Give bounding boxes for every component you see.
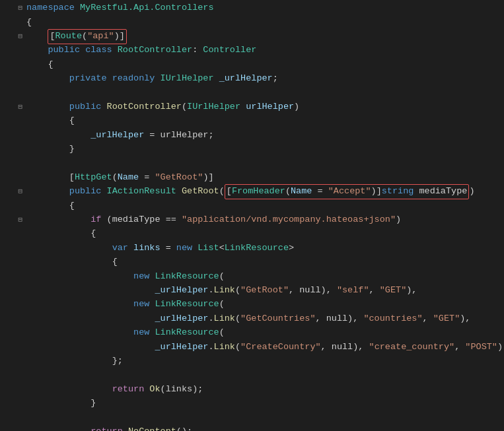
indent — [26, 213, 90, 227]
indent — [26, 72, 69, 86]
indent — [26, 397, 90, 411]
code-line: new LinkResource( — [26, 326, 504, 340]
code-line-route-attribute: [Route("api")] — [26, 30, 504, 44]
fromheader-param-redbox: [FromHeader(Name = "Accept")]string medi… — [225, 184, 470, 199]
indent — [26, 114, 69, 128]
gutter-line — [0, 298, 22, 312]
code-line: _urlHelper.Link("GetCountries", null), "… — [26, 312, 504, 326]
code-line: new LinkResource( — [26, 269, 504, 283]
code-line: private readonly IUrlHelper _urlHelper; — [26, 72, 504, 86]
code-line: { — [26, 199, 504, 213]
gutter-line — [0, 44, 22, 57]
code-line — [26, 368, 504, 382]
code-line: if (mediaType == "application/vnd.mycomp… — [26, 213, 504, 227]
gutter-line — [0, 15, 22, 29]
gutter-line — [0, 397, 22, 411]
code-line — [26, 156, 504, 170]
code-line: { — [26, 58, 504, 72]
code-line: { — [26, 15, 504, 29]
indent — [26, 298, 133, 312]
indent — [26, 383, 112, 397]
code-line: { — [26, 227, 504, 241]
code-line: [HttpGet(Name = "GetRoot")] — [26, 171, 504, 185]
code-line: _urlHelper.Link("GetRoot", null), "self"… — [26, 284, 504, 298]
code-line: namespace MyRestful.Api.Controllers — [26, 1, 504, 15]
gutter-line — [0, 284, 22, 298]
indent — [26, 30, 48, 44]
indent — [26, 242, 112, 255]
indent — [26, 44, 48, 57]
brace-open: { — [26, 16, 32, 30]
indent — [26, 341, 155, 354]
gutter-line — [0, 58, 22, 72]
line-gutter: ⊟ ⊟ ⊟ ⊟ ⊟ — [0, 0, 26, 431]
gutter-line — [0, 340, 22, 354]
code-line: } — [26, 397, 504, 411]
indent — [26, 425, 90, 431]
gutter-line — [0, 171, 22, 185]
route-attribute-redbox: [Route("api")] — [48, 29, 126, 44]
gutter-line: ⊟ — [0, 213, 22, 227]
gutter-line: ⊟ — [0, 100, 22, 114]
gutter-line: ⊟ — [0, 30, 22, 44]
code-line: public RootController(IUrlHelper urlHelp… — [26, 100, 504, 114]
gutter-line — [0, 242, 22, 255]
gutter-line — [0, 425, 22, 431]
gutter-line — [0, 156, 22, 170]
indent — [26, 255, 112, 269]
gutter-line — [0, 269, 22, 283]
gutter-line — [0, 383, 22, 397]
indent — [26, 143, 69, 156]
code-editor: ⊟ ⊟ ⊟ ⊟ ⊟ names — [0, 0, 504, 431]
gutter-line — [0, 326, 22, 340]
indent — [26, 354, 112, 368]
code-line: var links = new List<LinkResource> — [26, 242, 504, 255]
code-line: { — [26, 255, 504, 269]
code-line: return Ok(links); — [26, 383, 504, 397]
code-line-getroot: public IActionResult GetRoot([FromHeader… — [26, 185, 504, 199]
indent — [26, 129, 90, 143]
indent — [26, 227, 90, 241]
code-line: new LinkResource( — [26, 298, 504, 312]
code-line: public class RootController: Controller — [26, 44, 504, 57]
keyword-namespace: namespace — [26, 1, 80, 15]
gutter-line — [0, 114, 22, 128]
code-line: { — [26, 114, 504, 128]
gutter-line — [0, 255, 22, 269]
gutter-line — [0, 143, 22, 156]
gutter-line — [0, 129, 22, 143]
indent — [26, 185, 69, 199]
gutter-line — [0, 354, 22, 368]
indent — [26, 312, 155, 326]
gutter-line — [0, 411, 22, 424]
gutter-line — [0, 368, 22, 382]
code-line — [26, 411, 504, 424]
code-line — [26, 86, 504, 100]
indent — [26, 171, 69, 185]
code-line: _urlHelper.Link("CreateCountry", null), … — [26, 340, 504, 354]
indent — [26, 270, 133, 284]
namespace-name: MyRestful.Api.Controllers — [80, 1, 214, 15]
code-line: return NoContent(); — [26, 425, 504, 431]
gutter-line — [0, 312, 22, 326]
indent — [26, 100, 69, 114]
gutter-line — [0, 199, 22, 213]
gutter-line — [0, 72, 22, 86]
gutter-line — [0, 86, 22, 100]
gutter-line: ⊟ — [0, 185, 22, 199]
gutter-line — [0, 227, 22, 241]
indent — [26, 284, 155, 298]
code-line: } — [26, 143, 504, 156]
indent — [26, 199, 69, 213]
indent — [26, 58, 48, 72]
code-content: namespace MyRestful.Api.Controllers { [R… — [26, 0, 504, 431]
code-line: _urlHelper = urlHelper; — [26, 129, 504, 143]
gutter-line: ⊟ — [0, 1, 22, 15]
code-line: }; — [26, 354, 504, 368]
indent — [26, 326, 133, 340]
